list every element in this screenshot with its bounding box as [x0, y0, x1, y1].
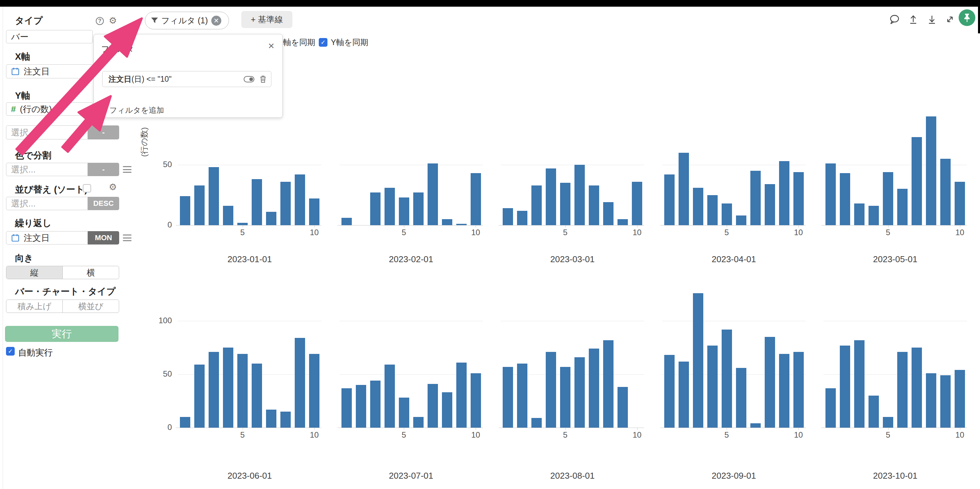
bar[interactable]	[779, 354, 789, 428]
bar[interactable]	[180, 417, 190, 428]
bar[interactable]	[736, 368, 746, 428]
filter-clear-icon[interactable]: ✕	[211, 16, 221, 26]
auto-run-checkbox[interactable]: ✓	[6, 347, 15, 356]
bar[interactable]	[912, 348, 922, 428]
bar[interactable]	[370, 192, 380, 225]
bar[interactable]	[779, 161, 789, 225]
bar[interactable]	[750, 171, 761, 225]
orientation-horizontal-button[interactable]: 横	[63, 266, 119, 279]
y2-aggregate-button[interactable]: -	[88, 125, 119, 140]
bar[interactable]	[912, 137, 922, 225]
bar[interactable]	[442, 219, 452, 225]
pin-button[interactable]	[959, 10, 975, 26]
bar[interactable]	[342, 388, 352, 428]
bar[interactable]	[208, 352, 219, 428]
bar[interactable]	[560, 183, 570, 225]
bar[interactable]	[632, 182, 642, 225]
bar[interactable]	[617, 219, 628, 225]
bar[interactable]	[546, 352, 556, 428]
bar[interactable]	[679, 153, 689, 225]
bar[interactable]	[266, 410, 276, 428]
sort-select[interactable]: 選択...	[6, 197, 88, 210]
color-select[interactable]: 選択...	[6, 163, 88, 176]
bar[interactable]	[589, 349, 599, 428]
bar[interactable]	[664, 355, 675, 428]
bar[interactable]	[869, 395, 879, 428]
expand-icon[interactable]	[945, 14, 955, 25]
bar[interactable]	[854, 340, 864, 428]
bar[interactable]	[707, 195, 718, 225]
bar[interactable]	[413, 192, 423, 225]
x-axis-select[interactable]: 注文日	[6, 64, 93, 78]
bar[interactable]	[560, 367, 570, 428]
bar[interactable]	[765, 337, 775, 428]
bar[interactable]	[194, 365, 205, 428]
upload-icon[interactable]	[908, 14, 919, 25]
bar[interactable]	[589, 186, 599, 225]
bar[interactable]	[237, 223, 248, 225]
bar[interactable]	[194, 186, 205, 225]
bar[interactable]	[955, 370, 965, 428]
bar[interactable]	[765, 184, 775, 225]
bar[interactable]	[603, 202, 614, 225]
sync-y-checkbox[interactable]: ✓	[319, 38, 328, 47]
bar[interactable]	[826, 388, 836, 428]
sort-order-button[interactable]: DESC	[88, 197, 119, 210]
color-aggregate-button[interactable]: -	[88, 163, 119, 176]
bar[interactable]	[223, 206, 233, 225]
bar[interactable]	[546, 168, 556, 225]
bar[interactable]	[897, 352, 908, 428]
bar[interactable]	[664, 175, 675, 225]
y-axis-select[interactable]: # (行の数)	[6, 102, 93, 116]
bar[interactable]	[471, 373, 481, 428]
add-filter-link[interactable]: + フィルタを追加	[103, 105, 164, 116]
bar[interactable]	[223, 348, 233, 428]
bar[interactable]	[295, 175, 305, 225]
bar[interactable]	[399, 197, 409, 225]
bar[interactable]	[897, 189, 908, 225]
bar[interactable]	[693, 293, 703, 428]
bar[interactable]	[442, 392, 452, 428]
bar[interactable]	[955, 182, 965, 225]
bar[interactable]	[750, 423, 761, 428]
bar[interactable]	[840, 173, 850, 225]
sort-gear-icon[interactable]: ⚙	[109, 183, 117, 192]
bar[interactable]	[356, 385, 366, 428]
bar[interactable]	[517, 364, 527, 428]
bar[interactable]	[883, 417, 893, 428]
bar[interactable]	[342, 218, 352, 225]
bar[interactable]	[399, 398, 409, 428]
y2-select[interactable]: 選択...	[6, 125, 88, 140]
bar[interactable]	[280, 411, 291, 428]
bar[interactable]	[736, 216, 746, 225]
bar[interactable]	[926, 116, 936, 225]
orientation-vertical-button[interactable]: 縦	[6, 266, 63, 279]
repeat-menu-icon[interactable]	[123, 235, 132, 241]
bar[interactable]	[266, 212, 276, 225]
repeat-unit-button[interactable]: MON	[88, 231, 119, 244]
bar[interactable]	[309, 198, 320, 225]
bar[interactable]	[385, 365, 395, 428]
bar[interactable]	[456, 363, 467, 428]
bar[interactable]	[940, 159, 951, 225]
bar[interactable]	[869, 206, 879, 225]
bar[interactable]	[707, 346, 718, 428]
bar[interactable]	[617, 387, 628, 428]
trash-icon[interactable]	[259, 75, 267, 83]
bar[interactable]	[722, 203, 732, 225]
chart-type-select[interactable]: バー	[6, 30, 93, 43]
bar[interactable]	[693, 188, 703, 225]
bar[interactable]	[926, 373, 936, 428]
sort-checkbox[interactable]	[83, 184, 91, 192]
bar[interactable]	[295, 338, 305, 428]
filter-pill-button[interactable]: フィルタ (1) ✕	[145, 12, 229, 29]
bar[interactable]	[531, 418, 542, 428]
bar[interactable]	[679, 362, 689, 428]
settings-gear-icon[interactable]: ⚙	[109, 16, 117, 25]
bar[interactable]	[503, 208, 513, 225]
bar[interactable]	[854, 203, 864, 225]
bar[interactable]	[574, 357, 585, 428]
bar[interactable]	[826, 164, 836, 225]
bar[interactable]	[370, 381, 380, 428]
download-icon[interactable]	[927, 14, 937, 25]
